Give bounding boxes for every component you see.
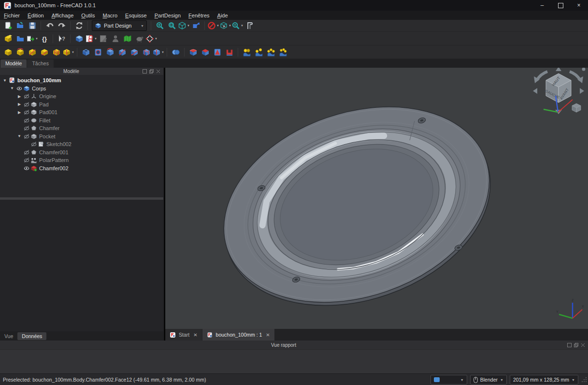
float-icon[interactable] (149, 69, 154, 74)
tree-expander[interactable]: ▼ (1, 78, 8, 83)
redo-button[interactable] (56, 20, 68, 31)
navcube-mini-cube[interactable] (572, 104, 581, 112)
menu-esquisse[interactable]: Esquisse (121, 12, 151, 19)
clipping-plane-button[interactable]: ▼ (207, 20, 219, 31)
refresh-button[interactable] (73, 20, 85, 31)
close-tab-icon[interactable]: ✕ (193, 332, 197, 338)
subtractive-pipe-button[interactable] (128, 46, 140, 58)
tree-expander[interactable]: ▶ (16, 110, 23, 115)
pad-button[interactable] (2, 46, 14, 58)
create-datum-button[interactable]: ▼ (145, 33, 158, 44)
undo-button[interactable] (43, 20, 56, 31)
float-icon[interactable] (574, 343, 578, 347)
tilt-up-arrow[interactable] (556, 68, 561, 71)
tree-item-chamfer002[interactable]: Chamfer002 (0, 164, 163, 173)
document-tab-start[interactable]: Start✕ (165, 329, 202, 341)
resize-grip[interactable] (581, 377, 587, 383)
create-sketch-button[interactable]: ▼ (85, 33, 97, 44)
menu-affichage[interactable]: Affichage (48, 12, 78, 19)
fit-all-button[interactable] (154, 20, 166, 31)
save-file-button[interactable] (26, 20, 38, 31)
tree-item-polarpattern[interactable]: PolarPattern (0, 156, 163, 164)
tree-item-origine[interactable]: ▶Origine (0, 92, 163, 101)
part-bouchon-100mm[interactable] (165, 68, 588, 329)
sync-view-button[interactable] (190, 20, 202, 31)
menu-macro[interactable]: Macro (99, 12, 121, 19)
multitransform-button[interactable] (277, 46, 289, 58)
tree-item-bouchon-100mm[interactable]: ▼bouchon_100mm (0, 76, 163, 85)
subtractive-primitive-button[interactable]: ▼ (152, 46, 164, 58)
menu-aide[interactable]: Aide (214, 12, 232, 19)
chevron-down-icon[interactable]: ▼ (155, 37, 158, 40)
tree-expander[interactable]: ▼ (16, 134, 23, 138)
export-button[interactable]: ▼ (26, 33, 38, 44)
additive-primitive-button[interactable]: ▼ (62, 46, 74, 58)
validate-sketch-button[interactable] (121, 33, 133, 44)
view-style-combo[interactable]: ▼ (430, 375, 467, 385)
hole-button[interactable] (92, 46, 104, 58)
tree-item-pocket[interactable]: ▼Pocket (0, 133, 163, 141)
pan-right-arrow[interactable] (580, 88, 584, 94)
draft-button[interactable] (211, 46, 223, 58)
pan-left-arrow[interactable] (533, 88, 537, 94)
additive-loft-button[interactable] (26, 46, 38, 58)
groove-button[interactable] (104, 46, 116, 58)
thickness-button[interactable] (223, 46, 235, 58)
3d-viewport[interactable]: HAUT AVANT GAUCHE Z Y X (165, 68, 588, 329)
boolean-button[interactable] (170, 46, 182, 58)
subtractive-loft-button[interactable] (116, 46, 128, 58)
navigation-style-combo[interactable]: Blender ▼ (470, 375, 507, 385)
tree-item-sketch002[interactable]: Sketch002 (0, 140, 163, 148)
tree-expander[interactable]: ▶ (16, 102, 23, 106)
tab-vue[interactable]: Vue (0, 332, 17, 340)
chevron-down-icon[interactable]: ▼ (161, 51, 164, 54)
menu-partdesign[interactable]: PartDesign (151, 12, 185, 19)
tree-item-chamfer001[interactable]: Chamfer001 (0, 148, 163, 157)
menu-fenetres[interactable]: Fenêtres (185, 12, 213, 19)
document-tab-bouchon-100mm-1[interactable]: bouchon_100mm : 1✕ (202, 329, 274, 341)
std-group-button[interactable] (14, 33, 26, 44)
tree-item-fillet[interactable]: Fillet (0, 117, 163, 125)
close-button[interactable]: × (570, 0, 588, 11)
additive-helix-button[interactable] (50, 46, 62, 58)
pocket-button[interactable] (80, 46, 92, 58)
tree-item-chamfer[interactable]: Chamfer (0, 124, 163, 133)
new-file-button[interactable] (2, 20, 14, 31)
workbench-selector[interactable]: Part Design▼ (92, 20, 147, 31)
measure-button[interactable] (244, 20, 256, 31)
std-part-button[interactable] (2, 33, 14, 44)
tree-expander[interactable]: ▼ (9, 86, 15, 90)
subtractive-helix-button[interactable] (140, 46, 152, 58)
additive-pipe-button[interactable] (38, 46, 50, 58)
open-file-button[interactable] (14, 20, 26, 31)
tree-expander[interactable]: ▶ (16, 94, 23, 99)
dock-icon[interactable] (567, 343, 572, 347)
menu-edition[interactable]: Édition (24, 12, 48, 19)
zoom-tools-button[interactable]: ▼ (231, 20, 244, 31)
macro-button[interactable]: {} (38, 33, 50, 44)
tree-item-pad001[interactable]: ▶Pad001 (0, 108, 163, 117)
chevron-down-icon[interactable]: ▼ (72, 51, 74, 54)
tab-donnees[interactable]: Données (17, 332, 46, 340)
maximize-button[interactable] (551, 0, 570, 11)
polar-pattern-button[interactable] (265, 46, 277, 58)
menu-outils[interactable]: Outils (77, 12, 99, 19)
minimize-button[interactable]: – (533, 0, 551, 11)
zoom-selection-button[interactable] (166, 20, 178, 31)
navigation-style-button[interactable]: ▼ (219, 20, 231, 31)
tree-item-corps[interactable]: ▼Corps (0, 85, 163, 93)
tab-taches[interactable]: Tâches (27, 59, 53, 68)
menu-fichier[interactable]: Fichier (0, 12, 24, 19)
tab-modele[interactable]: Modèle (0, 59, 27, 68)
fillet-button[interactable] (187, 46, 199, 58)
create-body-button[interactable] (73, 33, 85, 44)
revolution-button[interactable] (14, 46, 26, 58)
navcube-menu-dot[interactable] (582, 68, 586, 71)
close-panel-icon[interactable] (156, 69, 160, 74)
dimension-combo[interactable]: 201,09 mm x 128,25 mm ▼ (510, 375, 578, 385)
dock-icon[interactable] (143, 69, 147, 74)
axonometric-view-button[interactable]: ▼ (178, 20, 190, 31)
navigation-cube[interactable]: HAUT AVANT GAUCHE (530, 68, 587, 120)
chamfer-button[interactable] (199, 46, 211, 58)
mirrored-button[interactable] (241, 46, 253, 58)
